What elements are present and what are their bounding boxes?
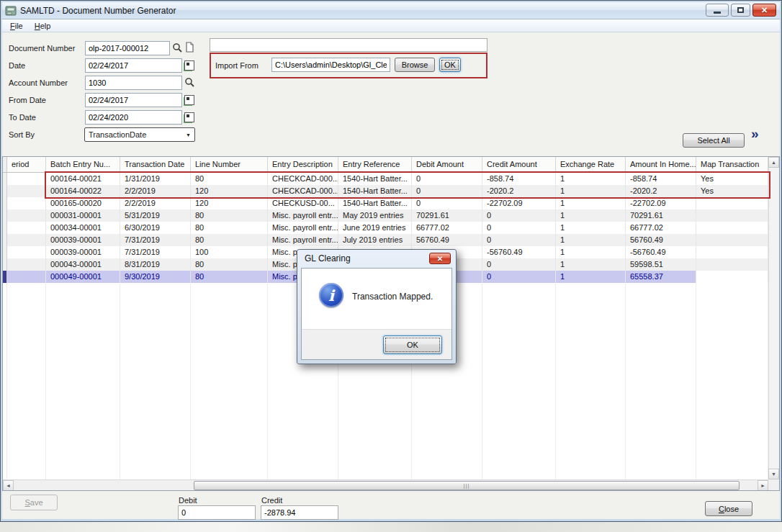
grid-cell[interactable]: Misc. payroll entr... xyxy=(268,234,338,246)
grid-cell[interactable] xyxy=(7,234,46,246)
grid-cell[interactable]: -22702.09 xyxy=(482,197,556,209)
grid-cell[interactable]: 1 xyxy=(556,258,626,271)
grid-cell[interactable]: 9/30/2019 xyxy=(120,271,191,283)
grid-cell[interactable]: 2/2/2019 xyxy=(120,185,191,197)
grid-cell[interactable]: -56760.49 xyxy=(482,246,556,258)
grid-cell[interactable]: 0 xyxy=(482,209,556,222)
search-icon[interactable] xyxy=(172,42,183,53)
grid-cell[interactable]: July 2019 entries xyxy=(338,234,412,246)
grid-cell[interactable]: May 2019 entries xyxy=(338,209,412,222)
grid-cell[interactable]: 0 xyxy=(482,258,556,271)
new-document-icon[interactable] xyxy=(184,42,195,53)
grid-cell[interactable]: 1540-Hart Batter... xyxy=(338,185,412,197)
debit-input[interactable] xyxy=(178,505,256,520)
grid-cell[interactable]: 56760.49 xyxy=(626,234,696,246)
maximize-button[interactable] xyxy=(731,4,750,17)
column-header[interactable]: Debit Amount xyxy=(412,157,482,172)
grid-cell[interactable]: 0 xyxy=(412,173,482,185)
save-button[interactable]: Save xyxy=(10,495,58,510)
select-all-button[interactable]: Select All xyxy=(683,133,745,148)
grid-cell[interactable] xyxy=(7,222,46,234)
grid-cell[interactable]: 0 xyxy=(482,222,556,234)
scroll-up-icon[interactable]: ▲ xyxy=(768,157,779,168)
column-header[interactable]: Map Transaction xyxy=(696,157,768,172)
grid-cell[interactable]: Yes xyxy=(696,185,768,197)
grid-cell[interactable]: 0 xyxy=(412,185,482,197)
grid-cell[interactable]: 5/31/2019 xyxy=(120,209,191,222)
grid-cell[interactable]: 66777.02 xyxy=(626,222,696,234)
menu-file[interactable]: File xyxy=(4,20,29,32)
table-row[interactable]: 000031-000015/31/201980Misc. payroll ent… xyxy=(3,209,768,222)
column-header[interactable]: Credit Amount xyxy=(482,157,556,172)
close-button[interactable]: Close xyxy=(705,501,752,516)
scroll-left-icon[interactable]: ◄ xyxy=(3,480,14,491)
grid-cell[interactable]: 0 xyxy=(482,271,556,283)
title-bar[interactable]: SAMLTD - Document Number Generator ✕ xyxy=(2,2,780,19)
account-number-input[interactable] xyxy=(85,76,182,90)
grid-cell[interactable]: -22702.09 xyxy=(626,197,696,209)
grid-cell[interactable]: 000043-00001 xyxy=(46,258,120,271)
grid-cell[interactable]: Misc. payroll entr... xyxy=(268,209,338,222)
grid-cell[interactable]: CHECKCAD-000... xyxy=(268,173,338,185)
grid-cell[interactable] xyxy=(696,197,768,209)
import-path-input[interactable] xyxy=(271,58,390,72)
grid-cell[interactable]: CHECKCAD-000... xyxy=(268,185,338,197)
grid-cell[interactable]: 80 xyxy=(191,209,268,222)
grid-cell[interactable]: 000039-00001 xyxy=(46,246,120,258)
grid-cell[interactable]: 000034-00001 xyxy=(46,222,120,234)
grid-cell[interactable]: 70291.61 xyxy=(412,209,482,222)
grid-cell[interactable] xyxy=(7,246,46,258)
grid-cell[interactable]: 000164-00022 xyxy=(46,185,120,197)
column-header[interactable]: Line Number xyxy=(191,157,268,172)
column-header[interactable]: Entry Reference xyxy=(338,157,412,172)
sort-by-dropdown[interactable]: TransactionDate ▼ xyxy=(84,127,195,142)
grid-cell[interactable]: 000165-00020 xyxy=(46,197,120,209)
grid-cell[interactable]: 56760.49 xyxy=(412,234,482,246)
grid-cell[interactable]: 1 xyxy=(556,197,626,209)
grid-horizontal-scrollbar[interactable]: ◄ ► ||| xyxy=(3,479,768,490)
account-search-icon[interactable] xyxy=(184,77,195,88)
grid-cell[interactable]: 120 xyxy=(191,197,268,209)
table-row[interactable]: 000034-000016/30/201980Misc. payroll ent… xyxy=(3,222,768,234)
grid-cell[interactable]: 80 xyxy=(191,271,268,283)
grid-cell[interactable]: 80 xyxy=(191,222,268,234)
scrollbar-thumb[interactable]: ||| xyxy=(194,481,740,490)
grid-cell[interactable]: 1 xyxy=(556,185,626,197)
scroll-right-icon[interactable]: ► xyxy=(758,480,768,491)
close-window-button[interactable]: ✕ xyxy=(752,4,776,17)
grid-cell[interactable]: 7/31/2019 xyxy=(120,234,191,246)
table-row[interactable]: 000164-000222/2/2019120CHECKCAD-000...15… xyxy=(3,185,768,197)
table-row[interactable]: 000164-000211/31/201980CHECKCAD-000...15… xyxy=(3,173,768,185)
grid-cell[interactable]: 1540-Hart Batter... xyxy=(338,173,412,185)
grid-cell[interactable]: 1 xyxy=(556,173,626,185)
dialog-close-button[interactable]: ✕ xyxy=(429,253,451,264)
document-number-input[interactable] xyxy=(85,41,170,55)
grid-cell[interactable]: -2020.2 xyxy=(482,185,556,197)
to-date-picker-icon[interactable] xyxy=(184,112,194,122)
table-row[interactable]: 000039-000017/31/201980Misc. payroll ent… xyxy=(3,234,768,246)
grid-cell[interactable]: -2020.2 xyxy=(626,185,696,197)
grid-cell[interactable]: 0 xyxy=(482,234,556,246)
to-date-input[interactable] xyxy=(85,110,182,125)
grid-cell[interactable]: -858.74 xyxy=(626,173,696,185)
grid-cell[interactable]: 000164-00021 xyxy=(46,173,120,185)
dialog-ok-button[interactable]: OK xyxy=(383,335,442,354)
grid-vertical-scrollbar[interactable]: ▲ ▼ xyxy=(768,157,779,479)
browse-button[interactable]: Browse xyxy=(395,58,435,72)
grid-cell[interactable]: 1540-Hart Batter... xyxy=(338,197,412,209)
grid-cell[interactable]: 70291.61 xyxy=(626,209,696,222)
grid-cell[interactable]: 000031-00001 xyxy=(46,209,120,222)
column-header[interactable]: Amount In Home... xyxy=(626,157,696,172)
grid-cell[interactable]: -56760.49 xyxy=(626,246,696,258)
grid-cell[interactable]: 100 xyxy=(191,246,268,258)
grid-cell[interactable]: 1 xyxy=(556,209,626,222)
grid-cell[interactable]: 66777.02 xyxy=(412,222,482,234)
grid-cell[interactable] xyxy=(696,246,768,258)
column-header[interactable]: eriod xyxy=(7,157,46,172)
credit-input[interactable] xyxy=(261,505,338,520)
scroll-down-icon[interactable]: ▼ xyxy=(768,469,779,479)
date-picker-icon[interactable] xyxy=(184,60,194,71)
grid-cell[interactable] xyxy=(696,271,768,283)
import-ok-button[interactable]: OK xyxy=(439,58,461,72)
column-header[interactable]: Batch Entry Nu... xyxy=(46,157,120,172)
